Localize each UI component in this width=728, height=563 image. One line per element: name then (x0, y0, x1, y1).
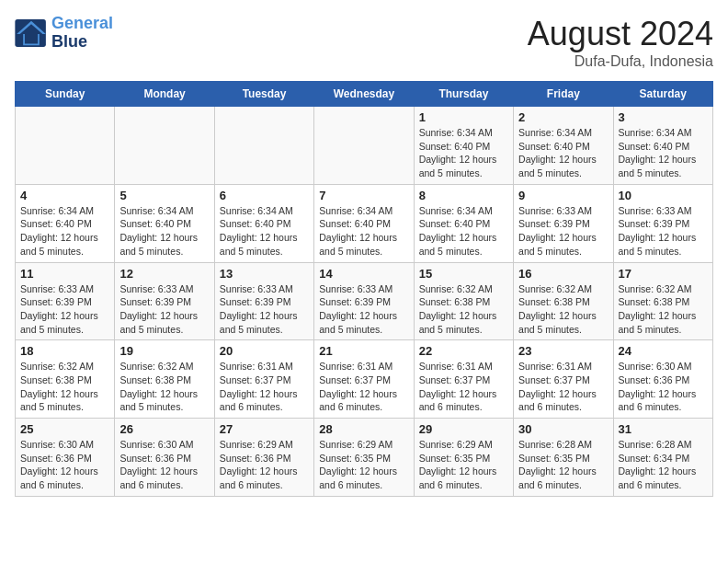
day-info: Sunrise: 6:34 AM Sunset: 6:40 PM Dayligh… (220, 204, 309, 259)
day-info: Sunrise: 6:31 AM Sunset: 6:37 PM Dayligh… (518, 360, 608, 414)
day-info: Sunrise: 6:34 AM Sunset: 6:40 PM Dayligh… (419, 126, 508, 180)
calendar-day-cell: 23Sunrise: 6:31 AM Sunset: 6:37 PM Dayli… (514, 340, 613, 419)
day-number: 25 (20, 422, 109, 436)
calendar-day-cell: 18Sunrise: 6:32 AM Sunset: 6:38 PM Dayli… (16, 340, 115, 419)
calendar-day-cell: 15Sunrise: 6:32 AM Sunset: 6:38 PM Dayli… (414, 262, 513, 340)
day-info: Sunrise: 6:31 AM Sunset: 6:37 PM Dayligh… (419, 360, 508, 414)
calendar-day-cell: 19Sunrise: 6:32 AM Sunset: 6:38 PM Dayli… (115, 340, 214, 419)
day-info: Sunrise: 6:29 AM Sunset: 6:36 PM Dayligh… (220, 438, 309, 492)
day-number: 20 (220, 344, 309, 358)
weekday-header: Wednesday (314, 82, 414, 107)
calendar-week-row: 4Sunrise: 6:34 AM Sunset: 6:40 PM Daylig… (16, 184, 713, 262)
day-number: 13 (220, 267, 309, 281)
calendar-day-cell: 16Sunrise: 6:32 AM Sunset: 6:38 PM Dayli… (514, 262, 613, 340)
calendar-day-cell (314, 107, 414, 185)
day-info: Sunrise: 6:31 AM Sunset: 6:37 PM Dayligh… (220, 360, 309, 414)
day-number: 12 (119, 267, 209, 281)
calendar-day-cell: 2Sunrise: 6:34 AM Sunset: 6:40 PM Daylig… (514, 107, 613, 185)
calendar-week-row: 25Sunrise: 6:30 AM Sunset: 6:36 PM Dayli… (16, 419, 713, 497)
calendar-week-row: 18Sunrise: 6:32 AM Sunset: 6:38 PM Dayli… (16, 340, 713, 419)
weekday-header-row: SundayMondayTuesdayWednesdayThursdayFrid… (16, 82, 713, 107)
day-info: Sunrise: 6:29 AM Sunset: 6:35 PM Dayligh… (419, 438, 508, 492)
day-number: 7 (319, 189, 408, 202)
page-header: GeneralBlue August 2024 Dufa-Dufa, Indon… (15, 15, 713, 70)
day-number: 11 (20, 267, 109, 281)
day-info: Sunrise: 6:34 AM Sunset: 6:40 PM Dayligh… (419, 204, 508, 259)
calendar-day-cell: 12Sunrise: 6:33 AM Sunset: 6:39 PM Dayli… (115, 262, 214, 340)
calendar-day-cell: 21Sunrise: 6:31 AM Sunset: 6:37 PM Dayli… (314, 340, 414, 419)
calendar-table: SundayMondayTuesdayWednesdayThursdayFrid… (15, 81, 713, 497)
logo-text: GeneralBlue (51, 15, 113, 52)
day-number: 6 (220, 189, 309, 202)
calendar-day-cell: 6Sunrise: 6:34 AM Sunset: 6:40 PM Daylig… (214, 184, 313, 262)
calendar-day-cell: 17Sunrise: 6:32 AM Sunset: 6:38 PM Dayli… (613, 262, 712, 340)
calendar-day-cell (16, 107, 115, 185)
day-number: 5 (119, 189, 209, 202)
day-info: Sunrise: 6:28 AM Sunset: 6:34 PM Dayligh… (619, 438, 708, 492)
day-info: Sunrise: 6:29 AM Sunset: 6:35 PM Dayligh… (319, 438, 408, 492)
day-number: 23 (518, 344, 608, 358)
day-info: Sunrise: 6:30 AM Sunset: 6:36 PM Dayligh… (119, 438, 209, 492)
day-number: 27 (220, 422, 309, 436)
day-number: 4 (20, 189, 109, 202)
weekday-header: Tuesday (214, 82, 313, 107)
logo: GeneralBlue (15, 15, 113, 52)
day-info: Sunrise: 6:30 AM Sunset: 6:36 PM Dayligh… (20, 438, 109, 492)
calendar-day-cell: 29Sunrise: 6:29 AM Sunset: 6:35 PM Dayli… (414, 419, 513, 497)
day-number: 26 (119, 422, 209, 436)
calendar-day-cell: 9Sunrise: 6:33 AM Sunset: 6:39 PM Daylig… (514, 184, 613, 262)
calendar-day-cell: 10Sunrise: 6:33 AM Sunset: 6:39 PM Dayli… (613, 184, 712, 262)
page-subtitle: Dufa-Dufa, Indonesia (528, 53, 713, 70)
weekday-header: Friday (514, 82, 613, 107)
day-info: Sunrise: 6:32 AM Sunset: 6:38 PM Dayligh… (20, 360, 109, 414)
calendar-week-row: 1Sunrise: 6:34 AM Sunset: 6:40 PM Daylig… (16, 107, 713, 185)
day-number: 24 (619, 344, 708, 358)
weekday-header: Monday (115, 82, 214, 107)
day-number: 1 (419, 110, 508, 124)
calendar-day-cell: 13Sunrise: 6:33 AM Sunset: 6:39 PM Dayli… (214, 262, 313, 340)
day-number: 18 (20, 344, 109, 358)
day-number: 21 (319, 344, 408, 358)
day-info: Sunrise: 6:33 AM Sunset: 6:39 PM Dayligh… (619, 204, 708, 259)
calendar-day-cell: 25Sunrise: 6:30 AM Sunset: 6:36 PM Dayli… (16, 419, 115, 497)
calendar-day-cell: 8Sunrise: 6:34 AM Sunset: 6:40 PM Daylig… (414, 184, 513, 262)
day-number: 28 (319, 422, 408, 436)
day-info: Sunrise: 6:33 AM Sunset: 6:39 PM Dayligh… (319, 282, 408, 337)
calendar-day-cell: 4Sunrise: 6:34 AM Sunset: 6:40 PM Daylig… (16, 184, 115, 262)
title-block: August 2024 Dufa-Dufa, Indonesia (528, 15, 713, 70)
day-info: Sunrise: 6:33 AM Sunset: 6:39 PM Dayligh… (518, 204, 608, 259)
day-number: 14 (319, 267, 408, 281)
calendar-day-cell: 24Sunrise: 6:30 AM Sunset: 6:36 PM Dayli… (613, 340, 712, 419)
weekday-header: Saturday (613, 82, 712, 107)
calendar-day-cell: 28Sunrise: 6:29 AM Sunset: 6:35 PM Dayli… (314, 419, 414, 497)
day-number: 10 (619, 189, 708, 202)
page-title: August 2024 (528, 15, 713, 53)
day-number: 8 (419, 189, 508, 202)
calendar-day-cell (214, 107, 313, 185)
day-number: 3 (619, 110, 708, 124)
calendar-day-cell: 5Sunrise: 6:34 AM Sunset: 6:40 PM Daylig… (115, 184, 214, 262)
day-info: Sunrise: 6:33 AM Sunset: 6:39 PM Dayligh… (119, 282, 209, 337)
day-number: 22 (419, 344, 508, 358)
calendar-day-cell: 14Sunrise: 6:33 AM Sunset: 6:39 PM Dayli… (314, 262, 414, 340)
calendar-day-cell: 7Sunrise: 6:34 AM Sunset: 6:40 PM Daylig… (314, 184, 414, 262)
calendar-day-cell (115, 107, 214, 185)
day-number: 19 (119, 344, 209, 358)
day-info: Sunrise: 6:33 AM Sunset: 6:39 PM Dayligh… (220, 282, 309, 337)
day-number: 15 (419, 267, 508, 281)
logo-icon (15, 19, 48, 47)
day-info: Sunrise: 6:34 AM Sunset: 6:40 PM Dayligh… (20, 204, 109, 259)
day-info: Sunrise: 6:30 AM Sunset: 6:36 PM Dayligh… (619, 360, 708, 414)
calendar-week-row: 11Sunrise: 6:33 AM Sunset: 6:39 PM Dayli… (16, 262, 713, 340)
day-info: Sunrise: 6:32 AM Sunset: 6:38 PM Dayligh… (619, 282, 708, 337)
calendar-day-cell: 1Sunrise: 6:34 AM Sunset: 6:40 PM Daylig… (414, 107, 513, 185)
day-info: Sunrise: 6:33 AM Sunset: 6:39 PM Dayligh… (20, 282, 109, 337)
day-number: 31 (619, 422, 708, 436)
weekday-header: Sunday (16, 82, 115, 107)
day-info: Sunrise: 6:32 AM Sunset: 6:38 PM Dayligh… (518, 282, 608, 337)
calendar-day-cell: 11Sunrise: 6:33 AM Sunset: 6:39 PM Dayli… (16, 262, 115, 340)
day-number: 29 (419, 422, 508, 436)
calendar-day-cell: 30Sunrise: 6:28 AM Sunset: 6:35 PM Dayli… (514, 419, 613, 497)
day-info: Sunrise: 6:34 AM Sunset: 6:40 PM Dayligh… (319, 204, 408, 259)
day-info: Sunrise: 6:34 AM Sunset: 6:40 PM Dayligh… (119, 204, 209, 259)
